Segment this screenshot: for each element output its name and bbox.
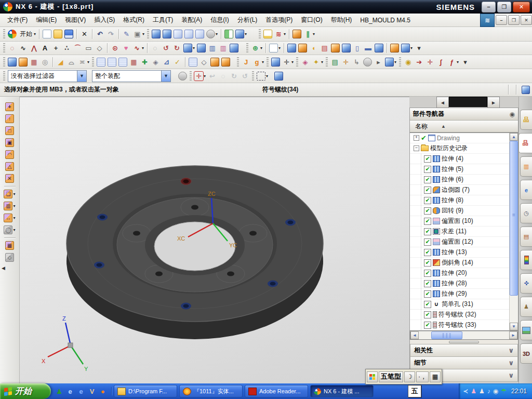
wireframe-hidden-edges-button[interactable] bbox=[184, 29, 194, 39]
firefox-icon[interactable]: ● bbox=[99, 387, 107, 395]
sweep-along-guide-button[interactable]: ◖ bbox=[309, 43, 318, 53]
ghost-body-button[interactable] bbox=[363, 57, 373, 67]
sketch-fillet-button[interactable]: ⌒ bbox=[73, 43, 83, 53]
scroll-left-button[interactable]: ◄ bbox=[436, 97, 449, 108]
role-designer-button[interactable] bbox=[292, 29, 302, 39]
resource-tab-history[interactable]: ◷ bbox=[520, 203, 532, 223]
bow-surface-button[interactable]: ◇ bbox=[199, 57, 209, 67]
law-curve-button[interactable]: ∫ bbox=[436, 57, 446, 67]
edge-display-button[interactable]: ≋▾ bbox=[274, 29, 286, 39]
quick-extend-button[interactable]: ↺ bbox=[161, 43, 171, 53]
feature-checkbox[interactable]: ✔ bbox=[424, 280, 431, 287]
feature-checkbox[interactable]: ✔ bbox=[424, 218, 431, 225]
dropdown-arrow-icon[interactable]: ▾ bbox=[142, 46, 144, 50]
tree-item[interactable]: ✔拉伸 (13) bbox=[410, 247, 510, 258]
profile-button[interactable]: ◌ bbox=[7, 43, 17, 53]
tree-item[interactable]: ✔拉伸 (5) bbox=[410, 164, 510, 175]
chevron-down-icon[interactable]: ∨ bbox=[508, 359, 514, 367]
wireframe-dim-edges-button[interactable] bbox=[173, 29, 183, 39]
screen-layout-button[interactable]: ▣▾ bbox=[132, 29, 145, 39]
new-part-button[interactable] bbox=[42, 29, 52, 39]
toolbar-options-2-button[interactable]: ▾ bbox=[460, 57, 470, 67]
sketch-text-button[interactable]: A bbox=[40, 43, 50, 53]
tree-item[interactable]: ✔回转 (9) bbox=[410, 206, 510, 216]
make-corner-button[interactable]: ↻ bbox=[172, 43, 182, 53]
dropdown-arrow-icon[interactable]: ▾ bbox=[410, 46, 413, 50]
orient-view-left-button[interactable] bbox=[224, 29, 234, 39]
sketch-curve-button[interactable]: ▥ bbox=[207, 43, 217, 53]
information-window-button[interactable]: ◈ bbox=[300, 57, 310, 67]
tree-item[interactable]: ✔倒斜角 (14) bbox=[410, 258, 510, 268]
bounded-plane-button[interactable] bbox=[221, 57, 231, 67]
taskbar-task-firefox[interactable]: 『1011』实体... bbox=[179, 385, 243, 397]
spline-button[interactable]: ∿ bbox=[18, 43, 28, 53]
tree-item[interactable]: ✔符号螺纹 (32) bbox=[410, 310, 510, 320]
unite-button[interactable] bbox=[390, 43, 400, 53]
datum-display-button[interactable] bbox=[263, 29, 273, 39]
resource-tab-internet-explorer[interactable]: e bbox=[520, 180, 532, 200]
trim-body-button[interactable]: ◢ bbox=[56, 57, 65, 67]
menu-编辑E[interactable]: 编辑(E) bbox=[32, 14, 61, 26]
tree-item[interactable]: +✔Drawing bbox=[410, 133, 510, 143]
dropdown-arrow-icon[interactable]: ▾ bbox=[13, 216, 15, 220]
dropdown-arrow-icon[interactable]: ▾ bbox=[262, 60, 264, 64]
emboss-button[interactable]: ▤ bbox=[320, 43, 329, 53]
shell-body-button[interactable]: ◯▾ bbox=[3, 225, 16, 235]
feature-checkbox[interactable]: ✔ bbox=[424, 322, 431, 329]
tree-item[interactable]: ✔拉伸 (28) bbox=[410, 278, 510, 289]
rotate-view-button[interactable]: ↻ bbox=[229, 71, 239, 81]
preview-shaded-button[interactable] bbox=[274, 71, 284, 81]
start-menu-button[interactable]: 开始▾ bbox=[18, 29, 36, 39]
dropdown-arrow-icon[interactable]: ▾ bbox=[394, 60, 396, 64]
snap-ball-button[interactable]: ◉ bbox=[403, 57, 413, 67]
user-status-icon[interactable]: ♟ bbox=[55, 387, 63, 395]
pattern-face-button[interactable]: ▦ bbox=[5, 241, 15, 250]
feature-checkbox[interactable]: ✔ bbox=[424, 290, 431, 298]
visualization-preferences-button[interactable]: ✦▾ bbox=[311, 57, 324, 67]
selection-filter-dropdown[interactable]: 没有选择过滤器▼ bbox=[8, 70, 87, 82]
select-within-assembly-button[interactable] bbox=[178, 71, 188, 81]
boss-button[interactable]: ▯ bbox=[352, 43, 362, 53]
tube-button[interactable]: ◎ bbox=[40, 57, 50, 67]
spline-law-button[interactable]: ƒ▾ bbox=[447, 57, 459, 67]
chevron-down-icon[interactable]: ∨ bbox=[508, 371, 514, 379]
resource-tab-part-navigator[interactable]: 品 bbox=[518, 133, 532, 153]
close-button[interactable]: ✕ bbox=[513, 2, 530, 12]
layer-settings-button[interactable]: ▤ bbox=[330, 57, 340, 67]
menu-信息I[interactable]: 信息(I) bbox=[206, 14, 233, 26]
pocket-button[interactable] bbox=[341, 43, 351, 53]
finish-sketch-button[interactable] bbox=[229, 43, 239, 53]
feature-checkbox[interactable]: ✔ bbox=[424, 197, 431, 204]
wcs-dynamics-button[interactable]: ✛▾ bbox=[282, 57, 294, 67]
resource-tab-palette[interactable] bbox=[520, 250, 532, 270]
subtract-button[interactable]: ▾ bbox=[401, 43, 413, 53]
dropdown-arrow-icon[interactable]: ▾ bbox=[266, 74, 268, 78]
dropdown-arrow-icon[interactable]: ▾ bbox=[142, 32, 144, 36]
ime-windows-icon[interactable] bbox=[367, 371, 378, 382]
view-section-button[interactable] bbox=[271, 57, 281, 67]
step-back-button[interactable]: ↩ bbox=[207, 71, 217, 81]
taskbar-task-nx[interactable]: NX 6 - 建模 ... bbox=[310, 385, 374, 397]
winrar-icon[interactable]: V bbox=[88, 387, 96, 395]
csys-orientation-button[interactable]: ✛ bbox=[341, 57, 351, 67]
groove-button[interactable] bbox=[374, 43, 384, 53]
selection-scope-dropdown[interactable]: 整个装配▼ bbox=[92, 70, 171, 82]
resize-face-button[interactable]: △ bbox=[5, 162, 15, 171]
sew-button[interactable]: ◈ bbox=[151, 57, 161, 67]
menu-视图V[interactable]: 视图(V) bbox=[61, 14, 90, 26]
snap-point-toggle-button[interactable]: ✛▾ bbox=[194, 71, 206, 81]
edge-blend-button[interactable]: J bbox=[241, 57, 251, 67]
tree-item[interactable]: ✔拉伸 (6) bbox=[410, 175, 510, 185]
chevron-down-icon[interactable]: ∨ bbox=[508, 347, 514, 354]
resource-tab-visualization[interactable]: ✜ bbox=[520, 273, 532, 294]
ime-punctuation-button[interactable]: ·， bbox=[416, 371, 429, 382]
feature-checkbox[interactable]: ✔ bbox=[424, 176, 431, 183]
datum-csys-button[interactable]: ⊕▾ bbox=[250, 43, 263, 53]
static-wireframe-button[interactable] bbox=[195, 29, 205, 39]
horizontal-scroll-thumb[interactable]: ║║║ bbox=[431, 331, 462, 339]
minimize-button[interactable]: – bbox=[482, 2, 496, 12]
scroll-left-button[interactable]: ◄ bbox=[410, 331, 419, 339]
menu-工具T[interactable]: 工具(T) bbox=[149, 14, 177, 26]
vertical-scroll-thumb[interactable] bbox=[510, 141, 518, 296]
face-blend-button[interactable]: g▾ bbox=[252, 57, 264, 67]
